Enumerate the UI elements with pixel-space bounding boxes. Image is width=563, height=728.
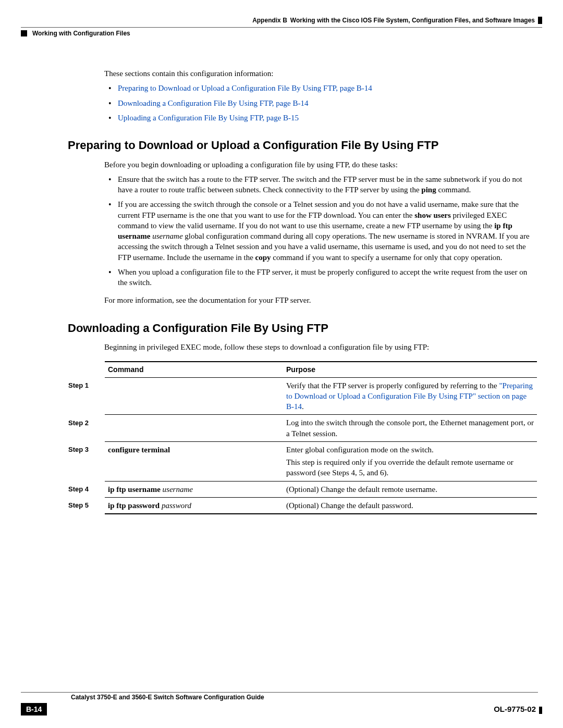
page-number-badge: B-14 — [21, 703, 47, 715]
step-label: Step 2 — [65, 415, 105, 442]
step3-command: configure terminal — [105, 441, 283, 481]
page-footer: Catalyst 3750-E and 3560-E Switch Softwa… — [21, 688, 542, 715]
col-command: Command — [105, 362, 283, 377]
prepare-item-route: Ensure that the switch has a route to th… — [118, 174, 537, 195]
doc-number: OL-9775-02 — [494, 705, 542, 713]
step2-command — [105, 415, 283, 442]
step4-purpose: (Optional) Change the default remote use… — [283, 481, 537, 497]
step5-command: ip ftp password password — [105, 497, 283, 514]
intro-text: These sections contain this configuratio… — [104, 68, 537, 79]
prepare-item-upload: When you upload a configuration file to … — [118, 267, 537, 288]
col-step-blank — [65, 362, 105, 377]
table-row: Step 3 configure terminal Enter global c… — [65, 441, 537, 481]
page: Appendix B Working with the Cisco IOS Fi… — [0, 0, 563, 728]
step-label: Step 1 — [65, 377, 105, 415]
section-header: Working with Configuration Files — [21, 27, 542, 37]
footer-end-rule-icon — [539, 707, 542, 714]
running-header: Appendix B Working with the Cisco IOS Fi… — [21, 17, 542, 24]
col-purpose: Purpose — [283, 362, 537, 377]
header-rule-icon — [538, 17, 542, 24]
appendix-label: Appendix B — [252, 17, 287, 24]
footer-rule — [21, 688, 538, 693]
download-lead: Beginning in privileged EXEC mode, follo… — [104, 342, 537, 352]
toc-list: Preparing to Download or Upload a Config… — [104, 83, 537, 123]
guide-title: Catalyst 3750-E and 3560-E Switch Softwa… — [71, 694, 542, 701]
heading-download-ftp: Downloading a Configuration File By Usin… — [68, 320, 537, 336]
toc-link-download[interactable]: Downloading a Configuration File By Usin… — [118, 99, 308, 107]
prepare-item-username: If you are accessing the switch through … — [118, 199, 537, 263]
step5-purpose: (Optional) Change the default password. — [283, 497, 537, 514]
table-row: Step 5 ip ftp password password (Optiona… — [65, 497, 537, 514]
step-label: Step 3 — [65, 441, 105, 481]
step3-purpose: Enter global configuration mode on the s… — [283, 441, 537, 481]
table-row: Step 4 ip ftp username username (Optiona… — [65, 481, 537, 497]
step1-purpose: Verify that the FTP server is properly c… — [283, 377, 537, 415]
prepare-list: Ensure that the switch has a route to th… — [104, 174, 537, 288]
step1-command — [105, 377, 283, 415]
step2-purpose: Log into the switch through the console … — [283, 415, 537, 442]
table-row: Step 1 Verify that the FTP server is pro… — [65, 377, 537, 415]
appendix-title: Working with the Cisco IOS File System, … — [290, 17, 535, 24]
step-label: Step 4 — [65, 481, 105, 497]
toc-link-prepare[interactable]: Preparing to Download or Upload a Config… — [118, 84, 372, 92]
square-bullet-icon — [21, 30, 27, 36]
table-row: Step 2 Log into the switch through the c… — [65, 415, 537, 442]
step-label: Step 5 — [65, 497, 105, 514]
step4-command: ip ftp username username — [105, 481, 283, 497]
main-content: These sections contain this configuratio… — [104, 68, 537, 514]
prepare-lead: Before you begin downloading or uploadin… — [104, 159, 537, 170]
prepare-outro: For more information, see the documentat… — [104, 295, 537, 305]
steps-table: Command Purpose Step 1 Verify that the F… — [65, 361, 537, 514]
section-header-text: Working with Configuration Files — [32, 30, 130, 37]
toc-link-upload[interactable]: Uploading a Configuration File By Using … — [118, 114, 299, 122]
heading-prepare-ftp: Preparing to Download or Upload a Config… — [68, 138, 537, 153]
